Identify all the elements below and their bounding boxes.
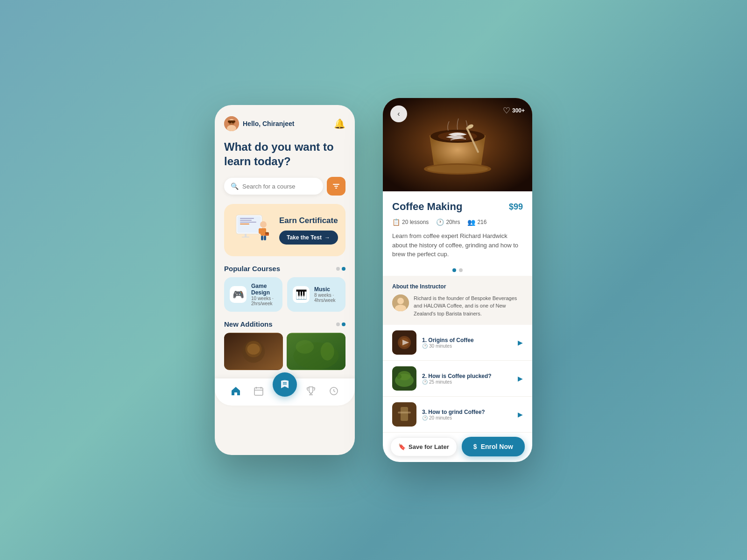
clock-icon: 🕐 bbox=[436, 218, 444, 226]
lesson-3-play-icon[interactable]: ▶ bbox=[518, 411, 523, 418]
dot2-inactive bbox=[336, 322, 340, 326]
lesson-item-1[interactable]: 1. Origins of Coffee 🕐 30 minutes ▶ bbox=[383, 325, 532, 361]
lesson-list: 1. Origins of Coffee 🕐 30 minutes ▶ 2. H… bbox=[383, 325, 532, 433]
course-hero-image: ‹ ♡ 300+ bbox=[383, 98, 532, 191]
dot-inactive bbox=[336, 267, 340, 271]
nav-clock[interactable] bbox=[325, 384, 343, 398]
content-dot-active bbox=[452, 268, 456, 272]
left-phone: Hello, Chiranjeet 🔔 What do you want to … bbox=[215, 105, 355, 455]
nav-calendar[interactable] bbox=[250, 384, 268, 398]
nav-home[interactable] bbox=[227, 384, 245, 398]
filter-button[interactable] bbox=[327, 177, 345, 196]
lesson-3-info: 3. How to grind Coffee? 🕐 20 minutes bbox=[422, 409, 512, 420]
search-box[interactable]: 🔍 bbox=[224, 178, 323, 195]
thumbnail-1[interactable] bbox=[224, 333, 283, 370]
svg-rect-13 bbox=[240, 220, 252, 221]
heart-icon[interactable]: ♡ bbox=[503, 105, 510, 116]
lesson-1-title: 1. Origins of Coffee bbox=[422, 337, 512, 343]
svg-rect-7 bbox=[333, 184, 339, 185]
game-design-name: Game Design bbox=[251, 283, 277, 296]
svg-point-52 bbox=[427, 165, 488, 173]
svg-point-32 bbox=[296, 340, 314, 354]
new-additions-title: New Additions bbox=[224, 320, 273, 328]
instructor-row: Richard is the founder of Bespoke Bevera… bbox=[392, 294, 523, 318]
course-details: Coffee Making $99 📋 20 lessons 🕐 20hrs 👥… bbox=[383, 191, 532, 276]
popular-courses-header: Popular Courses bbox=[224, 265, 345, 273]
lesson-2-title: 2. How is Coffee plucked? bbox=[422, 373, 512, 379]
save-icon: 🔖 bbox=[398, 443, 406, 450]
svg-rect-22 bbox=[261, 236, 263, 240]
new-additions-dots bbox=[336, 322, 345, 326]
lesson-item-3[interactable]: 3. How to grind Coffee? 🕐 20 minutes ▶ bbox=[383, 397, 532, 433]
search-row: 🔍 bbox=[224, 177, 345, 196]
svg-point-6 bbox=[233, 122, 233, 123]
thumbnails-row bbox=[224, 333, 345, 370]
new-additions-section: New Additions bbox=[224, 320, 345, 370]
svg-rect-4 bbox=[228, 120, 235, 123]
course-price: $99 bbox=[509, 202, 523, 212]
svg-rect-14 bbox=[240, 222, 256, 223]
notification-bell-icon[interactable]: 🔔 bbox=[334, 118, 345, 129]
course-title: Coffee Making bbox=[392, 201, 462, 213]
nav-fab-book[interactable] bbox=[273, 372, 297, 397]
back-button[interactable]: ‹ bbox=[390, 105, 407, 122]
svg-rect-16 bbox=[245, 234, 247, 237]
take-test-button[interactable]: Take the Test → bbox=[279, 231, 338, 245]
lesson-1-duration: 🕐 30 minutes bbox=[422, 343, 512, 349]
svg-line-44 bbox=[334, 391, 335, 392]
music-icon: 🎹 bbox=[293, 286, 310, 303]
course-card-music[interactable]: 🎹 Music 8 weeks · 4hrs/week bbox=[287, 277, 345, 312]
cert-content: Earn Certificate Take the Test → bbox=[279, 216, 338, 244]
course-card-game-design[interactable]: 🎮 Game Design 10 weeks · 2hrs/week bbox=[224, 277, 282, 312]
music-meta: 8 weeks · 4hrs/week bbox=[314, 293, 340, 303]
game-design-info: Game Design 10 weeks · 2hrs/week bbox=[251, 283, 277, 306]
instructor-avatar bbox=[392, 294, 409, 311]
heart-count: 300+ bbox=[512, 107, 525, 114]
svg-rect-15 bbox=[240, 224, 249, 224]
course-title-row: Coffee Making $99 bbox=[392, 201, 523, 213]
save-later-button[interactable]: 🔖 Save for Later bbox=[390, 437, 457, 456]
instructor-label: About the Instructor bbox=[392, 283, 523, 290]
duration-clock-icon-3: 🕐 bbox=[422, 415, 428, 420]
lesson-1-thumbnail bbox=[392, 330, 416, 355]
music-name: Music bbox=[314, 286, 340, 293]
lesson-2-play-icon[interactable]: ▶ bbox=[518, 375, 523, 382]
students-icon: 👥 bbox=[467, 218, 475, 226]
search-input[interactable] bbox=[242, 183, 317, 190]
lesson-item-2[interactable]: 2. How is Coffee plucked? 🕐 25 minutes ▶ bbox=[383, 361, 532, 397]
svg-rect-34 bbox=[254, 388, 263, 395]
enrol-now-button[interactable]: $ Enrol Now bbox=[462, 437, 525, 456]
game-design-icon: 🎮 bbox=[230, 286, 247, 303]
lesson-2-thumbnail bbox=[392, 366, 416, 391]
nav-trophy[interactable] bbox=[302, 384, 320, 398]
instructor-section: About the Instructor Richard is the foun… bbox=[383, 276, 532, 325]
thumbnail-2[interactable] bbox=[287, 333, 345, 370]
svg-rect-8 bbox=[334, 186, 338, 187]
action-bar: 🔖 Save for Later $ Enrol Now bbox=[383, 431, 532, 462]
svg-rect-20 bbox=[259, 228, 261, 234]
enrol-label: Enrol Now bbox=[481, 443, 513, 450]
course-stats: 📋 20 lessons 🕐 20hrs 👥 216 bbox=[392, 218, 523, 226]
enrol-s-icon: $ bbox=[473, 443, 477, 450]
new-additions-header: New Additions bbox=[224, 320, 345, 328]
stat-lessons: 📋 20 lessons bbox=[392, 218, 429, 226]
lesson-1-play-icon[interactable]: ▶ bbox=[518, 339, 523, 346]
cert-title: Earn Certificate bbox=[279, 216, 338, 225]
svg-point-18 bbox=[260, 221, 267, 228]
popular-courses-title: Popular Courses bbox=[224, 265, 280, 273]
game-design-meta: 10 weeks · 2hrs/week bbox=[251, 296, 277, 306]
right-phone: ‹ ♡ 300+ Coffee Making $99 📋 20 lessons … bbox=[383, 98, 532, 462]
avatar bbox=[224, 116, 239, 131]
lessons-icon: 📋 bbox=[392, 218, 400, 226]
lesson-3-thumbnail bbox=[392, 402, 416, 427]
course-description: Learn from coffee expert Richard Hardwic… bbox=[392, 231, 523, 259]
lesson-1-info: 1. Origins of Coffee 🕐 30 minutes bbox=[422, 337, 512, 349]
phone-header: Hello, Chiranjeet 🔔 bbox=[224, 116, 345, 131]
header-left: Hello, Chiranjeet bbox=[224, 116, 294, 131]
svg-point-25 bbox=[265, 232, 269, 234]
lesson-2-duration: 🕐 25 minutes bbox=[422, 379, 512, 385]
lesson-2-info: 2. How is Coffee plucked? 🕐 25 minutes bbox=[422, 373, 512, 385]
search-icon: 🔍 bbox=[231, 182, 239, 190]
save-later-label: Save for Later bbox=[409, 443, 449, 450]
popular-courses-section: Popular Courses 🎮 Game Design 10 weeks ·… bbox=[224, 265, 345, 312]
